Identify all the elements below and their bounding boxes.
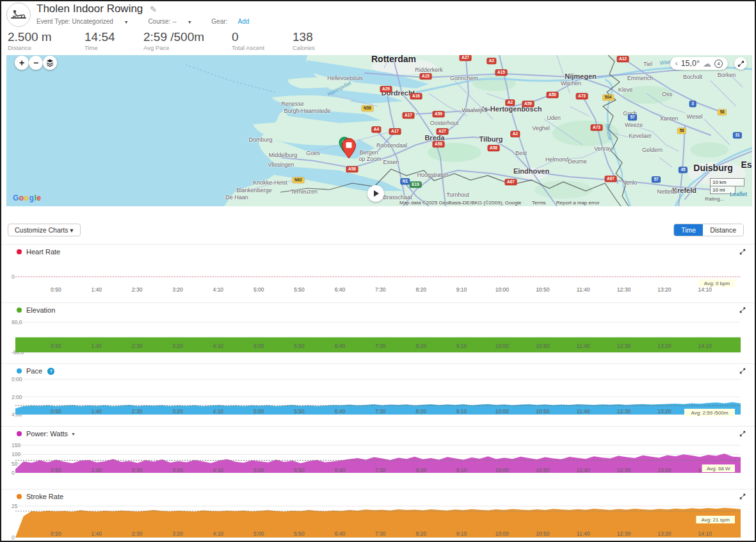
svg-text:9:10: 9:10 [456, 530, 467, 537]
svg-text:2:30: 2:30 [132, 343, 143, 349]
svg-text:13:20: 13:20 [657, 408, 672, 415]
map-road-badge: A58 [346, 167, 358, 172]
weather-widget[interactable]: ‹ 15,0° ☁ 4 [670, 57, 728, 70]
weather-prev-icon[interactable]: ‹ [675, 59, 678, 68]
map-road-badge: 45 [679, 167, 687, 173]
svg-text:12:30: 12:30 [617, 467, 631, 473]
svg-text:8:20: 8:20 [415, 286, 426, 293]
activity-type-avatar [6, 3, 31, 27]
svg-text:3:20: 3:20 [172, 467, 183, 473]
svg-text:13:20: 13:20 [657, 467, 672, 473]
info-icon[interactable]: ? [47, 368, 54, 375]
chart-title: Pace [26, 367, 42, 375]
chart-plot-pace[interactable]: 0:002:004:000:501:402:303:204:105:005:50… [6, 375, 752, 423]
map-road-badge: A50 [547, 92, 558, 98]
series-dot-icon [17, 494, 22, 499]
svg-text:4:10: 4:10 [213, 286, 224, 293]
svg-text:0:50: 0:50 [51, 408, 61, 415]
svg-text:12:30: 12:30 [617, 530, 631, 537]
expand-icon [737, 60, 744, 67]
svg-text:2:30: 2:30 [132, 467, 143, 473]
svg-text:14:10: 14:10 [698, 343, 712, 349]
map-road-badge: A4 [372, 127, 381, 133]
edit-title-icon[interactable]: ✎ [150, 4, 157, 14]
svg-text:150: 150 [12, 442, 20, 448]
svg-text:8:20: 8:20 [415, 343, 426, 349]
svg-text:8:20: 8:20 [415, 408, 426, 415]
svg-text:5:50: 5:50 [294, 408, 305, 415]
svg-text:12:30: 12:30 [617, 408, 631, 415]
map-road-badge: 504 [603, 95, 614, 101]
map-road-badge: A67 [505, 179, 517, 185]
map-attribution: Map data ©2025 GeoBasis-DE/BKG (©2009), … [399, 200, 599, 206]
svg-text:14:10: 14:10 [698, 530, 712, 537]
leaflet-attribution[interactable]: Leaflet [730, 191, 747, 197]
chevron-down-icon[interactable]: ▼ [71, 432, 76, 436]
svg-text:5:00: 5:00 [253, 408, 264, 415]
svg-text:0:50: 0:50 [51, 467, 61, 473]
svg-text:6:40: 6:40 [335, 343, 346, 349]
event-type-dropdown[interactable]: Event Type: Uncategorized ▼ [36, 18, 138, 25]
map-road-badge: A29 [380, 86, 392, 92]
map-road-badge: 58 [718, 110, 726, 115]
svg-text:10:50: 10:50 [536, 530, 550, 537]
map-road-badge: A58 [433, 142, 444, 147]
chart-plot-stroke[interactable]: 2500:501:402:303:204:105:005:506:407:308… [6, 501, 752, 542]
svg-text:3:20: 3:20 [172, 286, 183, 293]
svg-text:11:40: 11:40 [577, 467, 590, 473]
map-road-badge: A16 [410, 94, 422, 99]
svg-text:9:10: 9:10 [456, 343, 467, 349]
map-zoom-in-button[interactable]: + [15, 56, 29, 70]
chart-plot-hr[interactable]: 00:501:402:303:204:105:005:506:407:308:2… [6, 256, 752, 300]
svg-text:10:00: 10:00 [495, 343, 510, 349]
svg-text:11:40: 11:40 [577, 343, 590, 349]
svg-text:12:30: 12:30 [617, 286, 631, 293]
chart-title: Stroke Rate [26, 493, 63, 500]
map-layers-button[interactable] [43, 56, 57, 70]
chart-section-pace: Pace?0:002:004:000:501:402:303:204:105:0… [1, 363, 755, 426]
svg-text:9:10: 9:10 [456, 467, 467, 473]
svg-text:6:40: 6:40 [335, 467, 346, 473]
svg-text:3:20: 3:20 [172, 343, 183, 349]
toggle-distance-button[interactable]: Distance [703, 224, 743, 236]
svg-text:9:10: 9:10 [456, 408, 467, 415]
report-map-error-link[interactable]: Report a map error [556, 200, 600, 206]
customize-charts-button[interactable]: Customize Charts ▾ [8, 224, 81, 236]
map-road-badge: A17 [403, 113, 414, 119]
x-axis-toggle: Time Distance [673, 224, 744, 236]
svg-text:80,0: 80,0 [12, 319, 22, 325]
chart-plot-elev[interactable]: 80,0-80,00:501:402:303:204:105:005:506:4… [6, 315, 752, 361]
map-road-badge: 58 [677, 128, 686, 134]
svg-text:25: 25 [12, 503, 18, 509]
svg-text:7:30: 7:30 [375, 343, 386, 349]
svg-text:5:50: 5:50 [294, 286, 305, 293]
gear-add-link[interactable]: Add [238, 18, 250, 25]
map-road-badge: A2 [506, 100, 515, 106]
svg-text:1:40: 1:40 [91, 286, 102, 293]
toggle-time-button[interactable]: Time [674, 224, 703, 236]
chart-plot-power[interactable]: 1501005000:501:402:303:204:105:005:506:4… [6, 438, 752, 486]
map-road-badge: N59 [362, 106, 373, 111]
weather-temp: 15,0° [681, 59, 700, 68]
svg-text:11:40: 11:40 [577, 286, 590, 293]
playback-button[interactable] [367, 185, 384, 202]
chart-controls: Customize Charts ▾ Time Distance [1, 224, 755, 239]
svg-text:4:10: 4:10 [213, 343, 224, 349]
svg-text:6:40: 6:40 [335, 530, 346, 537]
activity-map[interactable]: RotterdamDuisburgEsNijmegenDordrechtBred… [6, 55, 752, 206]
series-dot-icon [17, 308, 22, 313]
map-ratings-text: Rating... [705, 196, 724, 202]
activity-page: Tholen Indoor Rowing ✎ Event Type: Uncat… [0, 0, 756, 542]
map-zoom-out-button[interactable]: − [29, 56, 43, 70]
map-road-badge: N62 [293, 177, 304, 183]
course-dropdown[interactable]: Course: -- ▼ [148, 18, 200, 25]
svg-text:5:50: 5:50 [294, 343, 305, 349]
terms-link[interactable]: Terms [532, 200, 546, 206]
svg-text:4:10: 4:10 [213, 467, 224, 473]
svg-text:100: 100 [12, 451, 20, 457]
chart-header-stroke: Stroke Rate [6, 489, 750, 501]
charts-container: Heart Rate00:501:402:303:204:105:005:506… [1, 244, 755, 542]
map-fullscreen-button[interactable] [734, 57, 747, 70]
stat-time: 14:54Time [84, 31, 143, 55]
svg-text:1:40: 1:40 [91, 343, 102, 349]
